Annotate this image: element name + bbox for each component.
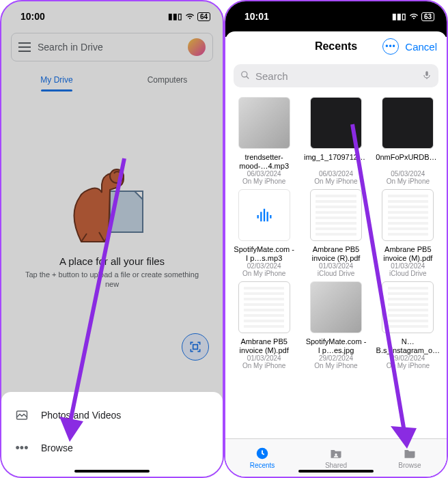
drive-tabs: My Drive Computers: [1, 68, 223, 92]
photos-icon: [15, 408, 29, 422]
file-name: trendsetter-mood-…4.mp3: [232, 153, 296, 170]
wifi-icon: [185, 12, 195, 22]
status-icons: ▮▮▯ 63: [392, 12, 434, 22]
upload-picker-sheet: Photos and Videos ••• Browse: [1, 392, 223, 477]
picker-title: Recents: [315, 40, 357, 53]
status-bar: 10:01 ▮▮▯ 63: [225, 1, 447, 26]
drive-search-bar[interactable]: Search in Drive: [11, 33, 213, 61]
file-date: 02/03/2024: [247, 262, 281, 270]
picker-search[interactable]: Search: [234, 64, 438, 87]
tab-label: Recents: [250, 462, 275, 469]
status-bar: 10:00 ▮▮▯ 64: [1, 1, 223, 26]
signal-icon: ▮▮▯: [168, 12, 182, 21]
file-date: 01/03/2024: [247, 354, 281, 362]
file-thumbnail: [310, 189, 362, 241]
file-location: On My iPhone: [387, 178, 430, 185]
file-name: Ambrane PB5 invoice (M).pdf: [232, 337, 296, 354]
status-time: 10:01: [244, 11, 269, 22]
account-avatar[interactable]: [188, 38, 206, 56]
clock-icon: [254, 447, 270, 460]
svg-line-8: [247, 76, 249, 79]
picker-header: Recents ••• Cancel: [225, 31, 447, 61]
file-location: On My iPhone: [314, 178, 357, 185]
scan-fab[interactable]: [182, 333, 209, 361]
file-thumbnail: [238, 281, 290, 333]
file-item[interactable]: Ambrane PB5 invoice (M).pdf01/03/2024iCl…: [374, 189, 443, 277]
empty-illustration: [61, 153, 163, 249]
sheet-item-browse[interactable]: ••• Browse: [1, 432, 223, 464]
file-name: SpotifyMate.com - I p…s.mp3: [232, 245, 296, 262]
empty-title: A place for all your files: [59, 255, 165, 267]
file-name: N…B.s_instagram_o…e_.pdf: [376, 337, 440, 354]
file-item[interactable]: 0nmFoPxURDB7a_ra.mp405/03/2024On My iPho…: [374, 97, 443, 185]
file-date: 29/02/2024: [319, 354, 353, 362]
more-options-button[interactable]: •••: [382, 38, 399, 55]
more-icon: •••: [15, 441, 29, 455]
cancel-button[interactable]: Cancel: [405, 41, 437, 53]
file-location: On My iPhone: [242, 178, 285, 185]
tab-label: Browse: [398, 462, 421, 469]
sheet-item-label: Photos and Videos: [41, 410, 121, 421]
tab-label: Shared: [325, 462, 347, 469]
file-thumbnail: [238, 189, 290, 241]
mic-icon[interactable]: [422, 70, 432, 83]
file-date: 06/03/2024: [247, 170, 281, 178]
empty-state: A place for all your files Tap the + but…: [1, 153, 223, 290]
file-item[interactable]: Ambrane PB5 invoice (R).pdf01/03/2024iCl…: [301, 189, 370, 277]
wifi-icon: [409, 12, 419, 22]
file-location: On My iPhone: [242, 270, 285, 277]
folder-icon: [402, 447, 418, 460]
search-placeholder: Search in Drive: [38, 42, 181, 53]
file-thumbnail: [238, 97, 290, 149]
battery-indicator: 63: [421, 12, 434, 21]
file-thumbnail: [310, 281, 362, 333]
hamburger-icon[interactable]: [18, 42, 31, 52]
file-thumbnail: [382, 189, 434, 241]
signal-icon: ▮▮▯: [392, 12, 406, 21]
file-thumbnail: [382, 97, 434, 149]
file-date: 05/03/2024: [391, 170, 425, 178]
file-item[interactable]: SpotifyMate.com - I p…es.jpg29/02/2024On…: [301, 281, 370, 369]
file-item[interactable]: SpotifyMate.com - I p…s.mp302/03/2024On …: [229, 189, 298, 277]
file-name: SpotifyMate.com - I p…es.jpg: [304, 337, 368, 354]
file-date: 01/03/2024: [319, 262, 353, 270]
svg-rect-0: [110, 191, 143, 232]
file-picker-sheet: Recents ••• Cancel Search trendsetter-mo…: [225, 31, 447, 477]
file-item[interactable]: N…B.s_instagram_o…e_.pdf29/02/2024On My …: [374, 281, 443, 369]
file-thumbnail: [382, 281, 434, 333]
file-thumbnail: [310, 97, 362, 149]
empty-subtitle: Tap the + button to upload a file or cre…: [22, 270, 202, 290]
search-icon: [240, 70, 250, 82]
home-indicator: [298, 470, 374, 473]
file-date: 06/03/2024: [319, 170, 353, 178]
file-item[interactable]: trendsetter-mood-…4.mp306/03/2024On My i…: [229, 97, 298, 185]
file-item[interactable]: Ambrane PB5 invoice (M).pdf01/03/2024On …: [229, 281, 298, 369]
sheet-item-label: Browse: [41, 442, 73, 453]
file-location: On My iPhone: [314, 362, 357, 369]
file-name: img_1_1709712288877.jpg: [304, 153, 368, 170]
file-location: iCloud Drive: [389, 270, 426, 277]
sheet-item-photos-videos[interactable]: Photos and Videos: [1, 399, 223, 432]
svg-point-7: [242, 71, 247, 76]
file-name: 0nmFoPxURDB7a_ra.mp4: [376, 153, 440, 170]
shared-folder-icon: [328, 447, 344, 460]
left-screenshot: 10:00 ▮▮▯ 64 Search in Drive My Drive Co…: [0, 0, 224, 478]
status-icons: ▮▮▯ 64: [168, 12, 210, 22]
file-location: On My iPhone: [242, 362, 285, 369]
status-time: 10:00: [20, 11, 45, 22]
tab-recents[interactable]: Recents: [225, 439, 299, 477]
file-grid: trendsetter-mood-…4.mp306/03/2024On My i…: [225, 90, 447, 438]
tab-browse[interactable]: Browse: [373, 439, 447, 477]
tab-my-drive[interactable]: My Drive: [1, 68, 112, 92]
file-location: On My iPhone: [387, 362, 430, 369]
battery-indicator: 64: [197, 12, 210, 21]
file-item[interactable]: img_1_1709712288877.jpg06/03/2024On My i…: [301, 97, 370, 185]
file-date: 29/02/2024: [391, 354, 425, 362]
file-date: 01/03/2024: [391, 262, 425, 270]
svg-point-11: [335, 453, 337, 455]
right-screenshot: 10:01 ▮▮▯ 63 Recents ••• Cancel Search: [224, 0, 448, 478]
svg-rect-9: [425, 71, 428, 76]
file-name: Ambrane PB5 invoice (R).pdf: [304, 245, 368, 262]
tab-computers[interactable]: Computers: [112, 68, 223, 92]
home-indicator: [74, 470, 150, 473]
